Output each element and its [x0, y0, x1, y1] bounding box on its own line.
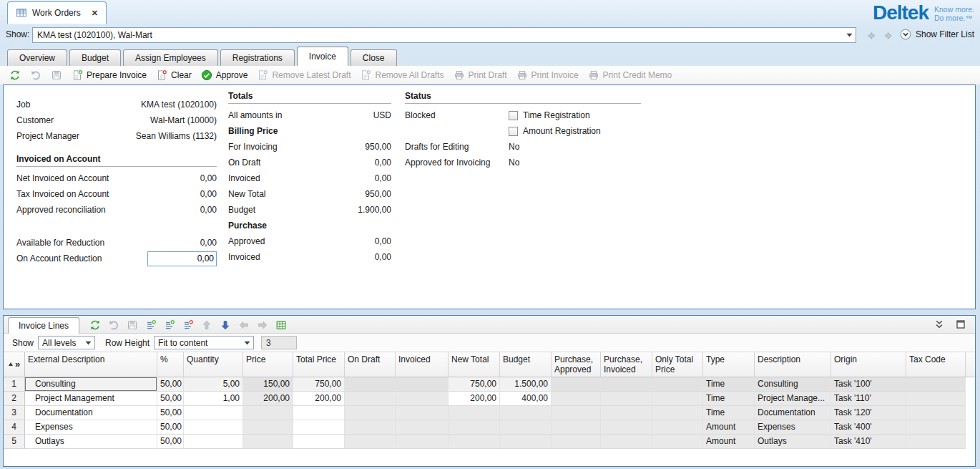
- cell-origin[interactable]: Task '410': [831, 435, 906, 449]
- delete-line-icon[interactable]: [182, 319, 194, 331]
- cell-type[interactable]: Time: [703, 377, 755, 392]
- column-header-quantity[interactable]: Quantity: [184, 352, 243, 377]
- cell-price[interactable]: 200,00: [243, 392, 293, 406]
- tab-overview[interactable]: Overview: [7, 49, 67, 66]
- cell-percent[interactable]: 50,00: [157, 392, 184, 406]
- move-down-icon[interactable]: [220, 319, 231, 331]
- cell-external_description[interactable]: Documentation: [25, 406, 157, 420]
- chevron-double-down-icon[interactable]: [934, 319, 945, 330]
- cell-quantity[interactable]: [184, 435, 243, 449]
- cell-total_price[interactable]: 200,00: [293, 392, 345, 406]
- cell-origin[interactable]: Task '120': [831, 406, 906, 420]
- cell-tax_code[interactable]: [906, 377, 966, 392]
- column-header-total_price[interactable]: Total Price: [293, 352, 345, 377]
- combo-dropdown-icon[interactable]: [241, 337, 253, 349]
- checkbox-time-registration[interactable]: [509, 111, 518, 120]
- select-all-corner[interactable]: »: [4, 352, 25, 377]
- cell-type[interactable]: Time: [703, 392, 755, 406]
- grid-icon[interactable]: [275, 319, 287, 331]
- toolbar-button-refresh-icon[interactable]: [6, 67, 24, 83]
- cell-percent[interactable]: 50,00: [157, 435, 184, 449]
- tab-budget[interactable]: Budget: [69, 49, 121, 66]
- cell-quantity[interactable]: 1,00: [184, 392, 243, 406]
- cell-new_total[interactable]: 200,00: [449, 392, 500, 406]
- row-number[interactable]: 3: [4, 406, 25, 420]
- combo-dropdown-icon[interactable]: [843, 28, 856, 42]
- nav-forward-icon[interactable]: [882, 29, 896, 42]
- cell-purchase_invoiced[interactable]: [601, 392, 652, 406]
- column-header-budget[interactable]: Budget: [500, 352, 552, 377]
- cell-purchase_invoiced[interactable]: [601, 377, 652, 392]
- tab-assign-employees[interactable]: Assign Employees: [123, 49, 218, 66]
- cell-on_draft[interactable]: [345, 420, 396, 435]
- cell-purchase_approved[interactable]: [552, 392, 601, 406]
- cell-budget[interactable]: 400,00: [500, 392, 552, 406]
- cell-budget[interactable]: [500, 406, 552, 420]
- cell-percent[interactable]: 50,00: [157, 377, 184, 392]
- cell-total_price[interactable]: [293, 420, 345, 435]
- cell-purchase_invoiced[interactable]: [601, 435, 652, 449]
- column-header-description[interactable]: Description: [755, 352, 831, 377]
- cell-total_price[interactable]: [293, 406, 345, 420]
- maximize-icon[interactable]: [955, 319, 966, 330]
- tab-invoice[interactable]: Invoice: [297, 47, 348, 66]
- column-header-new_total[interactable]: New Total: [449, 352, 500, 377]
- cell-budget[interactable]: [500, 435, 552, 449]
- toolbar-button-clear[interactable]: Clear: [152, 67, 195, 83]
- cell-purchase_approved[interactable]: [552, 420, 601, 435]
- cell-total_price[interactable]: [293, 435, 345, 449]
- cell-price[interactable]: [243, 406, 293, 420]
- cell-tax_code[interactable]: [906, 392, 966, 406]
- cell-origin[interactable]: Task '400': [831, 420, 906, 435]
- cell-description[interactable]: Outlays: [755, 435, 831, 449]
- cell-percent[interactable]: 50,00: [157, 406, 184, 420]
- cell-purchase_approved[interactable]: [552, 406, 601, 420]
- cell-price[interactable]: [243, 435, 293, 449]
- cell-external_description[interactable]: Consulting: [25, 377, 157, 392]
- cell-purchase_approved[interactable]: [552, 435, 601, 449]
- cell-on_draft[interactable]: [345, 406, 396, 420]
- cell-invoiced[interactable]: [396, 420, 449, 435]
- toolbar-button-approve[interactable]: Approve: [197, 67, 252, 83]
- on-account-reduction-input[interactable]: [147, 251, 217, 266]
- cell-budget[interactable]: [500, 420, 552, 435]
- close-icon[interactable]: ✕: [92, 9, 98, 18]
- show-levels-combobox[interactable]: All levels: [38, 336, 95, 349]
- column-header-purchase_approved[interactable]: Purchase, Approved: [552, 352, 601, 377]
- cell-only_total_price[interactable]: [652, 406, 703, 420]
- cell-percent[interactable]: 50,00: [157, 420, 184, 435]
- column-header-invoiced[interactable]: Invoiced: [396, 352, 449, 377]
- cell-purchase_invoiced[interactable]: [601, 420, 652, 435]
- tab-registrations[interactable]: Registrations: [220, 49, 295, 66]
- column-header-price[interactable]: Price: [243, 352, 293, 377]
- column-header-only_total_price[interactable]: Only Total Price: [652, 352, 703, 377]
- cell-origin[interactable]: Task '100': [831, 377, 906, 392]
- cell-description[interactable]: Documentation: [755, 406, 831, 420]
- cell-type[interactable]: Amount: [703, 435, 755, 449]
- cell-description[interactable]: Consulting: [755, 377, 831, 392]
- cell-price[interactable]: 150,00: [243, 377, 293, 392]
- cell-origin[interactable]: Task '110': [831, 392, 906, 406]
- cell-invoiced[interactable]: [396, 392, 449, 406]
- cell-new_total[interactable]: 750,00: [449, 377, 500, 392]
- cell-tax_code[interactable]: [906, 420, 966, 435]
- column-header-tax_code[interactable]: Tax Code: [906, 352, 966, 377]
- refresh-icon[interactable]: [89, 319, 101, 331]
- toolbar-button-prepare-invoice[interactable]: Prepare Invoice: [68, 67, 150, 83]
- cell-tax_code[interactable]: [906, 406, 966, 420]
- cell-quantity[interactable]: 5,00: [184, 377, 243, 392]
- show-filter-list-button[interactable]: Show Filter List: [900, 29, 974, 40]
- add-line-icon[interactable]: [164, 319, 175, 331]
- cell-quantity[interactable]: [184, 406, 243, 420]
- row-number[interactable]: 5: [4, 435, 25, 449]
- column-header-on_draft[interactable]: On Draft: [345, 352, 396, 377]
- cell-only_total_price[interactable]: [652, 377, 703, 392]
- cell-on_draft[interactable]: [345, 377, 396, 392]
- cell-new_total[interactable]: [449, 420, 500, 435]
- cell-on_draft[interactable]: [345, 435, 396, 449]
- cell-purchase_invoiced[interactable]: [601, 406, 652, 420]
- cell-invoiced[interactable]: [396, 435, 449, 449]
- column-header-external_description[interactable]: External Description: [25, 352, 157, 377]
- cell-description[interactable]: Expenses: [755, 420, 831, 435]
- column-header-percent[interactable]: %: [157, 352, 184, 377]
